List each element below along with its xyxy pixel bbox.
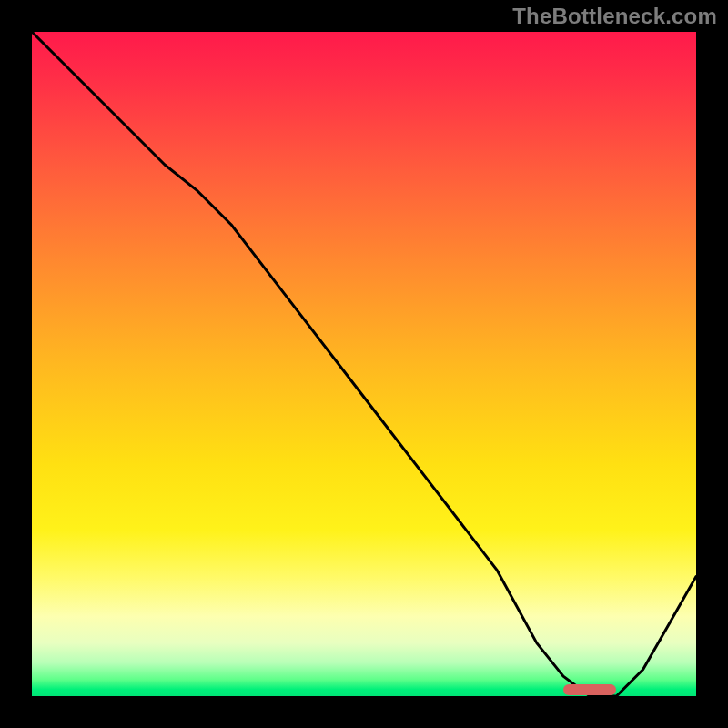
chart-curve [32, 32, 696, 696]
page-root: TheBottleneck.com [0, 0, 728, 728]
attribution-text: TheBottleneck.com [512, 4, 717, 29]
chart-plot-area [32, 32, 696, 696]
optimum-marker [563, 684, 616, 695]
chart-frame [29, 29, 699, 699]
